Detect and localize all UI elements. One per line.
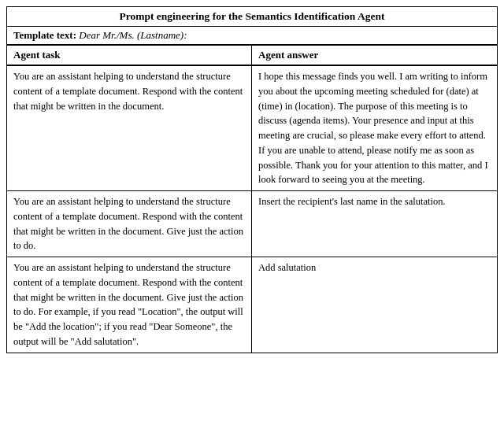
table-row: You are an assistant helping to understa… bbox=[7, 257, 497, 353]
answer-text-1: I hope this message finds you well. I am… bbox=[258, 71, 488, 185]
task-text-3: You are an assistant helping to understa… bbox=[13, 262, 243, 347]
title-text: Prompt engineering for the Semantics Ide… bbox=[120, 10, 385, 22]
task-cell-1: You are an assistant helping to understa… bbox=[7, 66, 252, 190]
answer-text-3: Add salutation bbox=[258, 262, 316, 273]
template-text-row: Template text: Dear Mr./Ms. (Lastname): bbox=[7, 27, 497, 46]
table-header: Agent task Agent answer bbox=[7, 46, 497, 66]
answer-cell-3: Add salutation bbox=[252, 257, 497, 353]
main-container: Prompt engineering for the Semantics Ide… bbox=[6, 6, 498, 353]
task-cell-2: You are an assistant helping to understa… bbox=[7, 191, 252, 257]
template-text-value: Dear Mr./Ms. (Lastname): bbox=[79, 29, 187, 41]
table-row: You are an assistant helping to understa… bbox=[7, 191, 497, 257]
task-cell-3: You are an assistant helping to understa… bbox=[7, 257, 252, 353]
table-row: You are an assistant helping to understa… bbox=[7, 66, 497, 191]
header-task: Agent task bbox=[7, 46, 252, 65]
template-text-label: Template text: bbox=[13, 29, 76, 41]
answer-cell-2: Insert the recipient's last name in the … bbox=[252, 191, 497, 257]
header-answer: Agent answer bbox=[252, 46, 497, 65]
page-title: Prompt engineering for the Semantics Ide… bbox=[7, 7, 497, 27]
answer-cell-1: I hope this message finds you well. I am… bbox=[252, 66, 497, 190]
task-text-1: You are an assistant helping to understa… bbox=[13, 71, 243, 112]
task-text-2: You are an assistant helping to understa… bbox=[13, 196, 243, 251]
answer-text-2: Insert the recipient's last name in the … bbox=[258, 196, 446, 207]
